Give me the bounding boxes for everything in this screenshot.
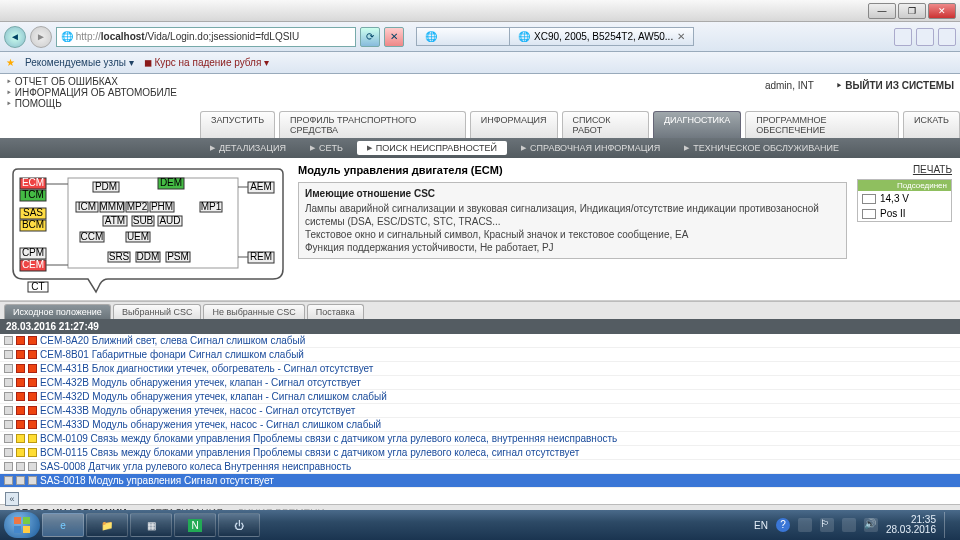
dtc-row[interactable]: CEM-8A20 Ближний свет, слева Сигнал слиш…	[0, 334, 960, 348]
svg-text:BCM: BCM	[22, 219, 44, 230]
csc-box: Имеющие отношение CSC Лампы аварийной си…	[298, 182, 847, 259]
address-bar[interactable]: 🌐 http:// localhost /Vida/Login.do;jsess…	[56, 27, 356, 47]
lower-tab-1[interactable]: Выбранный CSC	[113, 304, 202, 319]
window-minimize-button[interactable]: —	[868, 3, 896, 19]
main-tab-5[interactable]: ПРОГРАММНОЕ ОБЕСПЕЧЕНИЕ	[745, 111, 899, 138]
sub-tab-0[interactable]: ▶ ДЕТАЛИЗАЦИЯ	[200, 141, 296, 155]
dtc-text: SAS-0008 Датчик угла рулевого колеса Вну…	[40, 461, 351, 472]
dtc-text: ECM-432D Модуль обнаружения утечек, клап…	[40, 391, 387, 402]
lamp-icon	[4, 364, 13, 373]
lower-tabs: Исходное положениеВыбранный CSCНе выбран…	[0, 301, 960, 319]
app-header: ОТЧЕТ ОБ ОШИБКАХ ИНФОРМАЦИЯ ОБ АВТОМОБИЛ…	[0, 74, 960, 109]
stop-button[interactable]: ✕	[384, 27, 404, 47]
nav-forward-button[interactable]: ►	[30, 26, 52, 48]
svg-text:CCM: CCM	[81, 231, 104, 242]
taskbar-ie[interactable]: e	[42, 513, 84, 537]
lamp-icon	[4, 448, 13, 457]
lamp-icon	[28, 336, 37, 345]
main-tab-4[interactable]: ДИАГНОСТИКА	[653, 111, 741, 138]
lamp-icon	[4, 434, 13, 443]
svg-text:MP1: MP1	[201, 201, 222, 212]
favorites-bar: ★ Рекомендуемые узлы ▾ ◼ Курс на падение…	[0, 52, 960, 74]
link-help[interactable]: ПОМОЩЬ	[6, 98, 177, 109]
sub-tab-4[interactable]: ▶ ТЕХНИЧЕСКОЕ ОБСЛУЖИВАНИЕ	[674, 141, 849, 155]
connection-box: Подсоединен 14,3 V Pos II	[857, 179, 952, 222]
dtc-row[interactable]: ECM-432D Модуль обнаружения утечек, клап…	[0, 390, 960, 404]
browser-tab-1[interactable]: 🌐	[416, 27, 510, 46]
dtc-row[interactable]: SAS-0008 Датчик угла рулевого колеса Вну…	[0, 460, 960, 474]
action-center-icon[interactable]: 🏳	[820, 518, 834, 532]
lamp-icon	[16, 476, 25, 485]
close-icon[interactable]: ✕	[677, 31, 685, 42]
print-column: ПЕЧАТЬ Подсоединен 14,3 V Pos II	[857, 164, 952, 294]
header-left-links: ОТЧЕТ ОБ ОШИБКАХ ИНФОРМАЦИЯ ОБ АВТОМОБИЛ…	[6, 76, 177, 109]
lamp-icon	[16, 392, 25, 401]
lamp-icon	[28, 350, 37, 359]
start-button[interactable]	[4, 512, 40, 538]
csc-header: Имеющие отношение CSC	[305, 187, 840, 200]
lower-tab-3[interactable]: Поставка	[307, 304, 364, 319]
dtc-row[interactable]: ECM-433B Модуль обнаружения утечек, насо…	[0, 404, 960, 418]
ecm-info: Модуль управления двигателя (ECM) Имеющи…	[298, 164, 847, 294]
taskbar-app-3[interactable]: ⏻	[218, 513, 260, 537]
favorites-icon[interactable]	[916, 28, 934, 46]
fav-recommended[interactable]: Рекомендуемые узлы ▾	[25, 57, 134, 68]
network-icon[interactable]	[842, 518, 856, 532]
csc-line-2: Текстовое окно и сигнальный символ, Крас…	[305, 228, 840, 241]
language-indicator[interactable]: EN	[754, 520, 768, 531]
dtc-row[interactable]: ECM-432B Модуль обнаружения утечек, клап…	[0, 376, 960, 390]
taskbar-app-1[interactable]: ▦	[130, 513, 172, 537]
print-link[interactable]: ПЕЧАТЬ	[857, 164, 952, 175]
current-user: admin, INT	[765, 80, 814, 91]
lower-tab-2[interactable]: Не выбранные CSC	[203, 304, 304, 319]
sub-tab-3[interactable]: ▶ СПРАВОЧНАЯ ИНФОРМАЦИЯ	[511, 141, 670, 155]
lamp-icon	[16, 350, 25, 359]
main-tab-2[interactable]: ИНФОРМАЦИЯ	[470, 111, 558, 138]
sub-tab-2[interactable]: ▶ ПОИСК НЕИСПРАВНОСТЕЙ	[357, 141, 507, 155]
clock[interactable]: 21:35 28.03.2016	[886, 515, 936, 535]
home-icon[interactable]	[894, 28, 912, 46]
dtc-text: BCM-0109 Связь между блоками управления …	[40, 433, 617, 444]
svg-text:ATM: ATM	[105, 215, 125, 226]
dtc-text: CEM-8B01 Габаритные фонари Сигнал слишко…	[40, 349, 304, 360]
logout-link[interactable]: ‣ ВЫЙТИ ИЗ СИСТЕМЫ	[836, 80, 954, 91]
nav-back-button[interactable]: ◄	[4, 26, 26, 48]
link-vehicle-info[interactable]: ИНФОРМАЦИЯ ОБ АВТОМОБИЛЕ	[6, 87, 177, 98]
browser-tab-2[interactable]: 🌐XC90, 2005, B5254T2, AW50...✕	[509, 27, 694, 46]
refresh-button[interactable]: ⟳	[360, 27, 380, 47]
link-error-report[interactable]: ОТЧЕТ ОБ ОШИБКАХ	[6, 76, 177, 87]
taskbar-app-2[interactable]: N	[174, 513, 216, 537]
dtc-row[interactable]: ECM-431B Блок диагностики утечек, обогре…	[0, 362, 960, 376]
scroll-indicator[interactable]: «	[5, 492, 19, 506]
window-maximize-button[interactable]: ❐	[898, 3, 926, 19]
volume-icon[interactable]: 🔊	[864, 518, 878, 532]
taskbar-explorer[interactable]: 📁	[86, 513, 128, 537]
tray-icon-1[interactable]	[798, 518, 812, 532]
lamp-icon	[4, 462, 13, 471]
show-desktop-button[interactable]	[944, 512, 950, 538]
dtc-row[interactable]: CEM-8B01 Габаритные фонари Сигнал слишко…	[0, 348, 960, 362]
window-titlebar: — ❐ ✕	[0, 0, 960, 22]
main-tab-3[interactable]: СПИСОК РАБОТ	[562, 111, 649, 138]
svg-text:PHM: PHM	[151, 201, 173, 212]
dtc-row[interactable]: BCM-0109 Связь между блоками управления …	[0, 432, 960, 446]
dtc-text: ECM-431B Блок диагностики утечек, обогре…	[40, 363, 373, 374]
window-close-button[interactable]: ✕	[928, 3, 956, 19]
star-icon[interactable]: ★	[6, 57, 15, 68]
main-tab-0[interactable]: ЗАПУСТИТЬ	[200, 111, 275, 138]
network-diagram[interactable]: ECM TCM SAS BCM CPM CEM CT PDM ICM MMM M…	[8, 164, 288, 294]
svg-text:SUB: SUB	[133, 215, 154, 226]
dtc-row[interactable]: BCM-0115 Связь между блоками управления …	[0, 446, 960, 460]
fav-block-item[interactable]: ◼ Курс на падение рубля ▾	[144, 57, 269, 68]
dtc-row[interactable]: ECM-433D Модуль обнаружения утечек, насо…	[0, 418, 960, 432]
lower-tab-0[interactable]: Исходное положение	[4, 304, 111, 319]
main-tab-1[interactable]: ПРОФИЛЬ ТРАНСПОРТНОГО СРЕДСТВА	[279, 111, 466, 138]
sub-tab-1[interactable]: ▶ СЕТЬ	[300, 141, 353, 155]
main-tab-6[interactable]: ИСКАТЬ	[903, 111, 960, 138]
dtc-row[interactable]: SAS-0018 Модуль управления Сигнал отсутс…	[0, 474, 960, 488]
tools-icon[interactable]	[938, 28, 956, 46]
svg-text:MMM: MMM	[100, 201, 125, 212]
help-icon[interactable]: ?	[776, 518, 790, 532]
lamp-icon	[28, 392, 37, 401]
lamp-icon	[28, 378, 37, 387]
